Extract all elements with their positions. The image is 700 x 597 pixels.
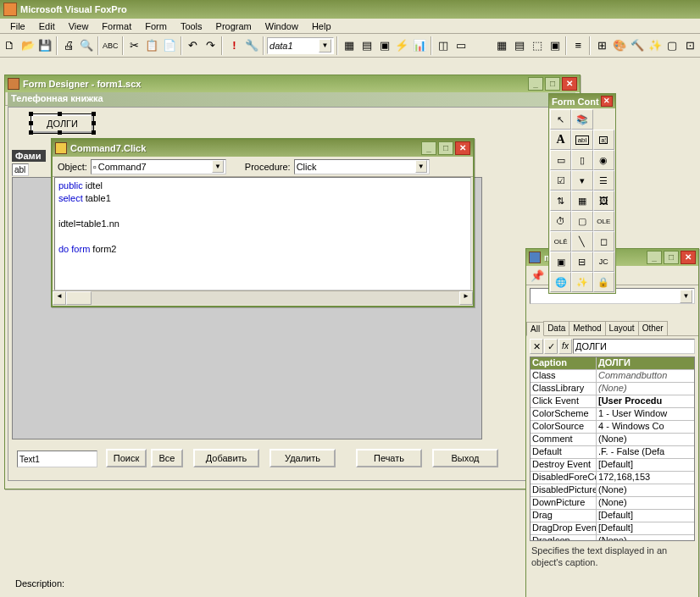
prop-minimize[interactable]: _ [647,251,662,264]
modify-icon[interactable]: 🔧 [243,36,260,55]
preview-icon[interactable]: 🔍 [78,36,95,55]
window2-icon[interactable]: ▭ [453,36,469,55]
form-controls-titlebar[interactable]: Form Cont ✕ [549,94,615,108]
label-tool-icon[interactable]: A [550,130,571,150]
window1-icon[interactable]: ◫ [435,36,452,55]
code-icon[interactable]: ≡ [569,36,586,55]
grid-tool-icon[interactable]: ▦ [571,191,592,211]
code-hscroll[interactable]: ◄► [53,290,473,305]
property-grid[interactable]: CaptionДОЛГИClassCommandbuttonClassLibra… [530,357,695,541]
all-button[interactable]: Все [151,449,183,467]
menu-tools[interactable]: Tools [174,20,209,32]
shape-tool-icon[interactable]: ◻ [593,231,614,252]
menu-file[interactable]: File [3,20,32,32]
new-icon[interactable]: 🗋 [2,36,19,55]
hyperlink-tool-icon[interactable]: JC [593,252,614,272]
text1-input[interactable] [17,451,97,467]
menu-format[interactable]: Format [95,20,138,32]
undo-icon[interactable]: ↶ [185,36,202,55]
commandbutton-tool-icon[interactable]: ▭ [550,150,571,170]
optiongroup-tool-icon[interactable]: ◉ [593,150,614,170]
redo-icon[interactable]: ↷ [203,36,219,55]
dolgi-button[interactable]: ДОЛГИ [31,114,93,133]
open-icon[interactable]: 📂 [19,36,36,55]
copy-icon[interactable]: 📋 [143,36,160,55]
print-icon[interactable]: 🖨 [60,36,77,55]
oleboundcontrol-tool-icon[interactable]: OLE [593,211,614,231]
report-icon[interactable]: ▤ [358,36,375,55]
function-builder-icon[interactable]: fx [558,339,572,354]
tb-icon-4[interactable]: ▣ [547,36,564,55]
tab-all[interactable]: All [526,322,544,336]
menu-window[interactable]: Window [258,20,305,32]
taborder-icon[interactable]: ⊞ [593,36,610,55]
menu-program[interactable]: Program [209,20,258,32]
spell-icon[interactable]: ABC [102,36,119,55]
add-button[interactable]: Добавить [193,449,259,467]
run-icon[interactable]: ! [225,36,242,55]
code-close-button[interactable]: ✕ [455,141,470,155]
container-tool-icon[interactable]: ▣ [550,252,571,272]
olecontainer-tool-icon[interactable]: OLĒ [550,231,571,252]
viewclasses-icon[interactable]: 📚 [571,109,592,130]
menu-view[interactable]: View [62,20,96,32]
menu-help[interactable]: Help [305,20,338,32]
commandgroup-tool-icon[interactable]: ▯ [571,150,592,170]
object-combo[interactable]: ▫Command7▼ [91,159,226,174]
tb-icon-1[interactable]: ▦ [493,36,510,55]
menu-edit[interactable]: Edit [32,20,62,32]
paste-icon[interactable]: 📄 [161,36,178,55]
form-designer-titlebar[interactable]: Form Designer - form1.scx _ □ ✕ [5,75,580,92]
pushpin-icon[interactable]: 📌 [530,268,545,283]
tile-icon[interactable]: ⊡ [681,36,698,55]
code-titlebar[interactable]: Command7.Click _ □ ✕ [53,140,473,157]
prop-maximize[interactable]: □ [664,251,679,264]
property-value-input[interactable] [573,339,695,354]
maximize-button[interactable]: □ [545,77,560,91]
code-editor[interactable]: public idtel select table1 idtel=table1.… [54,177,471,290]
autoformat-icon[interactable]: ✨ [647,36,664,55]
spinner-tool-icon[interactable]: ⇅ [550,191,571,211]
autoform-icon[interactable]: ⚡ [393,36,410,55]
code-minimize-button[interactable]: _ [421,141,436,155]
builder-icon[interactable]: 🔨 [629,36,646,55]
builder-tool-icon[interactable]: 🌐 [550,272,571,292]
buttonlock-icon[interactable]: ✨ [571,272,592,292]
fam-label[interactable]: Фами [12,150,46,162]
abl-text[interactable]: abl [12,163,29,176]
close-button[interactable]: ✕ [562,77,577,91]
form-icon[interactable]: ▦ [341,36,358,55]
color-icon[interactable]: 🎨 [611,36,628,55]
delete-button[interactable]: Удалить [269,449,336,467]
print-button[interactable]: Печать [356,449,422,467]
save-icon[interactable]: 💾 [37,36,54,55]
cancel-edit-icon[interactable]: ✕ [530,339,543,354]
tb-icon-3[interactable]: ⬚ [529,36,546,55]
label-icon[interactable]: ▣ [376,36,393,55]
image-tool-icon[interactable]: 🖼 [593,191,614,211]
search-button[interactable]: Поиск [106,449,147,467]
exit-button[interactable]: Выход [432,449,498,467]
tab-layout[interactable]: Layout [605,321,639,335]
textbox-tool-icon[interactable]: abl [571,130,592,150]
checkbox-tool-icon[interactable]: ☑ [550,170,571,191]
accept-edit-icon[interactable]: ✓ [544,339,558,354]
form-controls-close[interactable]: ✕ [601,96,613,107]
timer-tool-icon[interactable]: ⏱ [550,211,571,231]
prop-close[interactable]: ✕ [681,251,696,264]
line-tool-icon[interactable]: ╲ [571,231,592,252]
combobox-tool-icon[interactable]: ▾ [571,170,592,191]
listbox-tool-icon[interactable]: ☰ [593,170,614,191]
tab-methods[interactable]: Method [569,321,605,335]
menu-form[interactable]: Form [138,20,174,32]
separator-tool-icon[interactable]: ⊟ [571,252,592,272]
tab-other[interactable]: Other [638,321,668,335]
tb-icon-2[interactable]: ▤ [511,36,528,55]
minimize-button[interactable]: _ [528,77,543,91]
cascade-icon[interactable]: ▢ [664,36,681,55]
autoreport-icon[interactable]: 📊 [411,36,428,55]
editbox-tool-icon[interactable]: a¦ [593,130,614,150]
procedure-combo[interactable]: Click▼ [294,159,430,174]
lock-icon[interactable]: 🔒 [593,272,614,292]
code-maximize-button[interactable]: □ [438,141,453,155]
